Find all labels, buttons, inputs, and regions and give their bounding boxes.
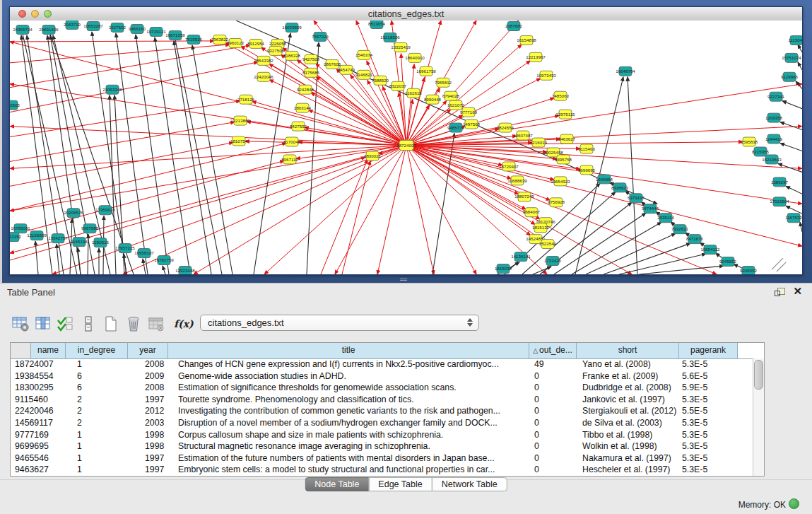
table-cell[interactable]: Genome-wide association studies in ADHD.: [168, 370, 529, 382]
graph-node[interactable]: 16671358: [165, 30, 185, 40]
graph-node[interactable]: 2935114: [657, 214, 674, 223]
table-selector-combobox[interactable]: citations_edges.txt: [200, 315, 479, 331]
graph-node[interactable]: 15751074: [782, 53, 801, 62]
graph-node[interactable]: 12156809: [27, 231, 47, 240]
graph-node[interactable]: 1162615: [405, 88, 422, 98]
table-cell[interactable]: 2008: [128, 382, 168, 394]
table-cell[interactable]: 9699695: [11, 440, 66, 452]
graph-node[interactable]: 1527602: [109, 23, 126, 32]
network-view-window[interactable]: citations_edges.txt 24355724206914062043…: [9, 6, 803, 275]
graph-node[interactable]: 18807249: [514, 192, 534, 201]
graph-node[interactable]: 1589297: [771, 177, 789, 187]
graph-node[interactable]: 14136141: [511, 252, 531, 262]
graph-node[interactable]: 15218506: [380, 33, 400, 42]
table-cell[interactable]: Nakamura et al. (1997): [577, 452, 679, 465]
graph-node[interactable]: 1815132: [532, 223, 550, 233]
graph-node[interactable]: 16782759: [154, 256, 174, 265]
new-table-icon[interactable]: [102, 315, 120, 332]
table-cell[interactable]: 0: [529, 440, 577, 452]
graph-edge[interactable]: [554, 213, 646, 274]
graph-node[interactable]: 9245652: [719, 257, 737, 267]
column-header-pagerank[interactable]: pagerank: [679, 343, 738, 358]
graph-node[interactable]: 8938923: [611, 183, 629, 192]
table-cell[interactable]: de Silva et al. (2003): [577, 417, 679, 429]
table-cell[interactable]: 18724007: [11, 358, 66, 370]
table-row[interactable]: 911546021997Tourette syndrome. Phenomeno…: [11, 394, 753, 406]
graph-edge[interactable]: [780, 144, 802, 151]
graph-edge[interactable]: [533, 267, 551, 274]
graph-node[interactable]: 16961758: [416, 66, 436, 76]
graph-edge[interactable]: [406, 146, 717, 274]
graph-edge[interactable]: [786, 206, 802, 214]
graph-node[interactable]: 16958107: [134, 249, 154, 258]
graph-node[interactable]: 9115460: [578, 144, 595, 153]
graph-node[interactable]: 8990448: [424, 95, 442, 104]
graph-node[interactable]: 8813054: [368, 21, 386, 28]
table-settings-icon[interactable]: [11, 315, 30, 332]
graph-edge[interactable]: [163, 266, 165, 274]
graph-node[interactable]: 24355724: [13, 25, 33, 34]
tab-node-table[interactable]: Node Table: [305, 477, 369, 491]
table-cell[interactable]: Yano et al. (2008): [577, 358, 679, 370]
table-cell[interactable]: 2009: [128, 370, 168, 382]
graph-node[interactable]: 5960123: [227, 38, 245, 47]
graph-edge[interactable]: [786, 186, 802, 194]
table-cell[interactable]: 5.3E-5: [679, 394, 738, 406]
graph-node[interactable]: 12975115: [555, 110, 575, 119]
graph-node[interactable]: 16785061: [11, 224, 30, 233]
table-cell[interactable]: 9115460: [11, 394, 66, 406]
graph-node[interactable]: 1244419: [765, 134, 783, 144]
graph-node[interactable]: 9242844: [297, 85, 314, 94]
table-cell[interactable]: Hescheler et al. (1997): [577, 464, 679, 476]
table-cell[interactable]: 1: [66, 429, 128, 441]
graph-node[interactable]: 7485063: [552, 91, 570, 100]
table-cell[interactable]: Tibbo et al. (1998): [577, 429, 679, 441]
graph-edge[interactable]: [194, 146, 406, 274]
table-cell[interactable]: 1: [66, 440, 128, 452]
graph-node[interactable]: 6216019: [530, 138, 548, 147]
table-cell[interactable]: 5.3E-5: [679, 429, 738, 441]
table-cell[interactable]: 0: [529, 417, 577, 429]
table-cell[interactable]: 5.5E-5: [679, 405, 738, 417]
table-cell[interactable]: Franke et al. (2009): [577, 370, 679, 382]
graph-node[interactable]: 1113044: [788, 35, 802, 45]
graph-edge[interactable]: [10, 41, 214, 42]
graph-node[interactable]: 2803144: [294, 103, 312, 112]
table-cell[interactable]: 0: [529, 452, 577, 465]
graph-node[interactable]: 2260505: [10, 100, 20, 110]
graph-node[interactable]: 10607487: [513, 131, 533, 140]
split-divider-grip[interactable]: [400, 278, 408, 283]
graph-node[interactable]: 8495758: [555, 155, 572, 164]
graph-node[interactable]: 17016504: [770, 197, 789, 206]
table-cell[interactable]: Wolkin et al. (1998): [577, 440, 679, 452]
graph-edge[interactable]: [10, 146, 406, 169]
graph-node[interactable]: 13325419: [391, 42, 411, 52]
graph-node[interactable]: 9684067: [523, 208, 541, 217]
graph-edge[interactable]: [572, 222, 661, 274]
delete-table-icon[interactable]: [124, 315, 143, 332]
graph-node[interactable]: 17957225: [115, 244, 135, 253]
graph-node[interactable]: 1810754: [230, 136, 248, 146]
graph-node[interactable]: 9427508: [302, 54, 320, 64]
graph-node[interactable]: 10654112: [700, 245, 720, 255]
graph-edge[interactable]: [411, 148, 518, 194]
table-cell[interactable]: Estimation of the future numbers of pati…: [168, 452, 529, 465]
graph-node[interactable]: 2830021: [364, 151, 382, 160]
graph-edge[interactable]: [412, 147, 512, 179]
column-header-title[interactable]: title: [168, 343, 529, 358]
table-row[interactable]: 946554611997Estimation of the future num…: [11, 452, 753, 465]
table-cell[interactable]: 5.3E-5: [679, 358, 738, 370]
table-cell[interactable]: Estimation of significance thresholds fo…: [168, 382, 529, 394]
network-window-titlebar[interactable]: citations_edges.txt: [10, 7, 802, 21]
table-cell[interactable]: 1998: [128, 429, 168, 441]
graph-node[interactable]: 1145194: [71, 238, 88, 247]
graph-edge[interactable]: [175, 40, 222, 274]
table-cell[interactable]: 0: [529, 405, 577, 417]
graph-node[interactable]: 1640954: [596, 175, 613, 184]
graph-node[interactable]: 6794028: [442, 91, 460, 100]
graph-edge[interactable]: [586, 233, 676, 274]
graph-node[interactable]: 16210643: [762, 155, 782, 164]
table-cell[interactable]: 1: [66, 358, 128, 370]
graph-edge[interactable]: [377, 146, 406, 274]
graph-edge[interactable]: [143, 259, 146, 274]
